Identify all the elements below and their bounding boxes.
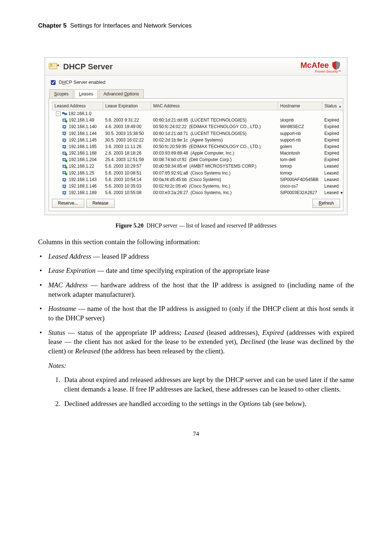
ip-address: 192.168.1.168 — [69, 150, 97, 156]
note-1: Data about expired and released addresse… — [62, 375, 354, 394]
ip-address: 192.168.1.140 — [69, 124, 97, 130]
pc-icon — [62, 137, 68, 143]
svg-rect-31 — [63, 172, 65, 174]
note-2: Declined addresses are handled according… — [62, 399, 354, 409]
col-hostname[interactable]: Hostname — [278, 102, 322, 110]
table-row[interactable]: 192.168.1.1653.6. 2003 11:11:2600:50:fc:… — [52, 143, 343, 150]
lease-expiration: 5.6. 2003 10:35:03 — [103, 183, 151, 189]
refresh-button[interactable]: Refresh — [313, 199, 340, 208]
tree-toggle-icon[interactable]: - — [56, 111, 61, 116]
lease-expiration: 4.6. 2003 19:49:00 — [103, 123, 151, 130]
table-row[interactable]: 192.168.1.1435.6. 2003 10:54:1400:0a:f4:… — [52, 176, 343, 183]
root-node-label: 192.168.1.0 — [69, 111, 91, 116]
hostname: tomxp — [278, 163, 322, 169]
figure-caption: Figure 5.20 DHCP server — list of leased… — [38, 222, 354, 230]
leases-table: Leased Address Lease Expiration MAC Addr… — [52, 102, 343, 196]
svg-rect-28 — [63, 166, 65, 167]
mac-address: 00:d0:59:34:85:ef (AMBIT MICROSYSTEMS CO… — [151, 163, 278, 169]
table-header-row: Leased Address Lease Expiration MAC Addr… — [52, 102, 343, 110]
status: Expired — [322, 137, 343, 143]
table-row[interactable]: 192.168.1.225.6. 2003 10:29:5700:d0:59:3… — [52, 163, 343, 169]
table-row[interactable]: 192.168.1.1682.6. 2003 18:18:2600:03:93:… — [52, 150, 343, 156]
pc-icon — [62, 183, 68, 189]
table-row[interactable]: 192.168.1.495.6. 2003 9:31:2200:60:1d:21… — [52, 117, 343, 123]
pc-icon — [62, 131, 68, 136]
status: Leased — [322, 170, 343, 176]
ip-address: 192.168.1.204 — [69, 157, 97, 163]
dhcp-enabled-label: DHCP Server enabled — [59, 79, 105, 86]
bullet-hostname: Hostname — name of the host that the IP … — [48, 304, 354, 323]
pc-reserved-icon — [62, 117, 68, 123]
release-button[interactable]: Release — [86, 199, 115, 208]
dhcp-enabled-checkbox[interactable]: DHCP Server enabled — [49, 79, 343, 86]
svg-rect-2 — [50, 66, 52, 66]
dhcp-enabled-checkbox-input[interactable] — [51, 80, 56, 85]
lease-expiration: 5.6. 2003 10:08:51 — [103, 170, 151, 176]
ip-address: 192.168.1.165 — [69, 144, 97, 149]
hostname: golem — [278, 143, 322, 150]
table-row[interactable]: 192.168.1.255.6. 2003 10:08:5100:07:85:9… — [52, 170, 343, 176]
window-title: DHCP Server — [63, 61, 113, 72]
notes-label: Notes: — [48, 361, 354, 370]
hostname: SIP0003E32A2627 — [278, 189, 322, 196]
mac-address: 00:02:2d:1b:8e:1c (Agere Systems) — [151, 137, 278, 143]
tab-advanced-options[interactable]: Advanced Options — [99, 89, 144, 98]
svg-rect-11 — [64, 128, 65, 129]
hostname: support-nb — [278, 137, 322, 143]
tab-leases[interactable]: Leases — [74, 89, 98, 98]
table-row[interactable]: 192.168.1.1895.6. 2003 10:55:0800:03:e3:… — [52, 189, 343, 196]
lease-expiration: 3.6. 2003 11:11:26 — [103, 143, 151, 150]
svg-rect-10 — [63, 126, 65, 128]
status: Leased — [322, 183, 343, 189]
subnet-icon — [62, 111, 67, 116]
ip-address: 192.168.1.146 — [69, 183, 97, 189]
tree-root-row[interactable]: - 192.168.1.0 — [52, 110, 343, 117]
pc-icon — [62, 144, 68, 149]
svg-rect-37 — [63, 185, 65, 187]
svg-point-23 — [65, 153, 67, 155]
ip-address: 192.168.1.22 — [69, 163, 94, 169]
svg-point-8 — [65, 120, 67, 122]
table-row[interactable]: 192.168.1.14530.5. 2003 16:02:2200:02:2d… — [52, 137, 343, 143]
lease-expiration: 30.5. 2003 16:02:22 — [103, 137, 151, 143]
shield-icon — [331, 60, 341, 70]
ip-address: 192.168.1.144 — [69, 131, 97, 136]
col-lease-expiration[interactable]: Lease Expiration — [103, 102, 151, 110]
status: Expired — [322, 130, 343, 137]
hostname: tom-dell — [278, 156, 322, 163]
svg-rect-20 — [64, 148, 65, 149]
pc-reserved-icon — [62, 157, 68, 163]
dhcp-server-window: DHCP Server McAfee Proven Security™ DHCP… — [45, 57, 347, 215]
hostname: Win98SECZ — [278, 123, 322, 130]
svg-rect-1 — [50, 64, 52, 65]
reserve-button[interactable]: Reserve... — [52, 199, 84, 208]
table-row[interactable]: 192.168.1.20425.4. 2003 12:51:5900:08:74… — [52, 156, 343, 163]
col-mac-address[interactable]: MAC Address — [151, 102, 278, 110]
chapter-title: Settings for Interfaces and Network Serv… — [70, 22, 192, 29]
svg-rect-38 — [64, 188, 65, 188]
tab-scopes[interactable]: Scopes — [49, 89, 73, 98]
status: Expired — [322, 143, 343, 150]
hostname: cisco-ss7 — [278, 183, 322, 189]
status: Expired — [322, 156, 343, 163]
table-row[interactable]: 192.168.1.1465.6. 2003 10:35:0300:02:fd:… — [52, 183, 343, 189]
pc-reserved-icon — [62, 163, 68, 169]
svg-rect-41 — [64, 194, 65, 195]
svg-rect-7 — [63, 119, 65, 121]
mac-address: 00:50:fc:20:59:95 (EDIMAX TECHNOLOGY CO.… — [151, 143, 278, 150]
mac-address: 00:60:1d:21:dd:85 (LUCENT TECHNOLOGIES) — [151, 117, 278, 123]
hostname: tomxp — [278, 170, 322, 176]
col-status[interactable]: Status▲ — [322, 102, 343, 110]
pc-icon — [62, 190, 68, 196]
dropdown-icon[interactable]: ▼ — [340, 191, 343, 195]
mac-address: 00:60:1d:21:dd:71 (LUCENT TECHNOLOGIES) — [151, 130, 278, 137]
table-row[interactable]: 192.168.1.14430.5. 2003 15:38:5000:60:1d… — [52, 130, 343, 137]
mac-address: 00:07:85:92:91:a8 (Cisco Systems Inc.) — [151, 170, 278, 176]
pc-reserved-icon — [62, 170, 68, 176]
chapter-label: Chapter 5 — [38, 22, 66, 29]
lease-expiration: 2.6. 2003 18:18:26 — [103, 150, 151, 156]
table-row[interactable]: 192.168.1.1404.6. 2003 19:49:0000:50:fc:… — [52, 123, 343, 130]
col-leased-address[interactable]: Leased Address — [52, 102, 103, 110]
mac-address: 00:08:74:b0:cf:92 (Dell Computer Corp.) — [151, 156, 278, 163]
svg-rect-13 — [63, 133, 65, 134]
